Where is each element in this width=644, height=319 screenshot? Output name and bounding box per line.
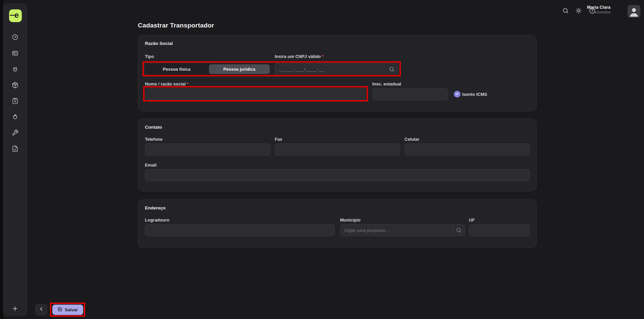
- sidebar-item-faturamento[interactable]: $: [12, 98, 18, 104]
- floppy-disk-icon: [58, 307, 62, 313]
- cnpj-input[interactable]: [275, 63, 398, 75]
- isento-icms-label: Isento ICMS: [462, 92, 487, 97]
- basket-icon: [12, 66, 18, 72]
- uf-input[interactable]: [469, 224, 530, 236]
- cnpj-search-button[interactable]: [389, 66, 395, 72]
- user-info[interactable]: Maria Clara Automotivo: [587, 5, 610, 14]
- uf-label: UF: [469, 217, 475, 222]
- sun-icon: [575, 7, 582, 14]
- avatar[interactable]: [628, 5, 640, 18]
- user-name: Maria Clara: [587, 5, 610, 10]
- sidebar-item-dashboard[interactable]: [12, 34, 18, 41]
- search-button[interactable]: [562, 7, 569, 14]
- isento-icms-checkbox[interactable]: [454, 91, 461, 98]
- email-input[interactable]: [145, 169, 530, 181]
- page-title: Cadastrar Transportador: [138, 22, 214, 29]
- id-card-icon: [12, 50, 18, 57]
- section-heading-razao-social: Razão Social: [145, 41, 173, 46]
- section-heading-contato: Contato: [145, 125, 162, 130]
- fax-input[interactable]: [275, 143, 400, 155]
- municipio-search-input[interactable]: [340, 224, 465, 236]
- card-contato: Contato Telefone Fax Celular Email: [138, 119, 537, 191]
- nome-razao-social-input[interactable]: [145, 88, 366, 100]
- theme-toggle-button[interactable]: [575, 7, 582, 14]
- search-icon: [562, 7, 569, 14]
- telefone-input[interactable]: [145, 143, 270, 155]
- svg-text:$: $: [14, 100, 16, 103]
- required-asterisk: *: [186, 81, 188, 86]
- sidebar-item-financeiro[interactable]: [12, 114, 18, 120]
- logradouro-input[interactable]: [145, 224, 335, 236]
- back-button[interactable]: [35, 304, 47, 315]
- package-icon: [12, 82, 18, 88]
- logradouro-label: Logradouro: [145, 217, 169, 222]
- card-razao-social: Razão Social Tipo Insira um CNPJ válido*…: [138, 35, 537, 111]
- chevron-left-icon: [39, 306, 44, 313]
- plus-icon: [12, 305, 18, 312]
- sidebar-item-relatorios[interactable]: [12, 145, 18, 152]
- wrench-icon: [12, 129, 18, 136]
- nome-label: Nome / razão social*: [145, 81, 188, 86]
- user-role: Automotivo: [587, 10, 610, 14]
- section-heading-endereco: Endereço: [145, 205, 166, 210]
- save-button-label: Salvar: [65, 307, 78, 312]
- check-icon: [455, 91, 459, 97]
- sidebar-add-button[interactable]: [12, 305, 18, 312]
- svg-text:e: e: [14, 10, 19, 19]
- celular-input[interactable]: [405, 143, 530, 155]
- sidebar-item-cadastros[interactable]: [12, 50, 18, 57]
- card-endereco: Endereço Logradouro Município UF: [138, 199, 537, 248]
- sidebar: e: [3, 3, 27, 316]
- person-icon: [628, 5, 640, 18]
- fax-label: Fax: [275, 137, 282, 142]
- search-icon: [456, 227, 462, 233]
- logo-e-icon: e: [9, 9, 22, 23]
- municipio-search-button[interactable]: [456, 227, 462, 233]
- cnpj-label: Insira um CNPJ válido*: [275, 54, 323, 59]
- app-window: e: [0, 0, 644, 319]
- insc-estadual-label: Insc. estadual: [372, 81, 401, 86]
- tipo-toggle: Pessoa física Pessoa jurídica: [145, 63, 271, 75]
- municipio-input-divider: [453, 225, 453, 235]
- money-bag-icon: [12, 114, 18, 120]
- sidebar-item-ferramentas[interactable]: [12, 129, 18, 136]
- app-logo[interactable]: e: [9, 9, 22, 22]
- file-chart-icon: [12, 145, 18, 152]
- clipboard-dollar-icon: $: [12, 98, 18, 104]
- save-button[interactable]: Salvar: [52, 305, 83, 315]
- email-label: Email: [145, 163, 157, 168]
- search-icon: [389, 66, 395, 72]
- celular-label: Celular: [405, 137, 419, 142]
- municipio-label: Município: [340, 217, 361, 222]
- tipo-label: Tipo: [145, 54, 154, 59]
- toggle-pessoa-fisica[interactable]: Pessoa física: [146, 64, 207, 74]
- insc-estadual-input[interactable]: [372, 88, 448, 100]
- sidebar-item-produtos[interactable]: [12, 82, 18, 88]
- toggle-pessoa-juridica[interactable]: Pessoa jurídica: [209, 64, 270, 74]
- required-asterisk: *: [322, 54, 323, 59]
- gauge-icon: [12, 34, 18, 41]
- telefone-label: Telefone: [145, 137, 163, 142]
- sidebar-item-vendas[interactable]: [12, 66, 18, 72]
